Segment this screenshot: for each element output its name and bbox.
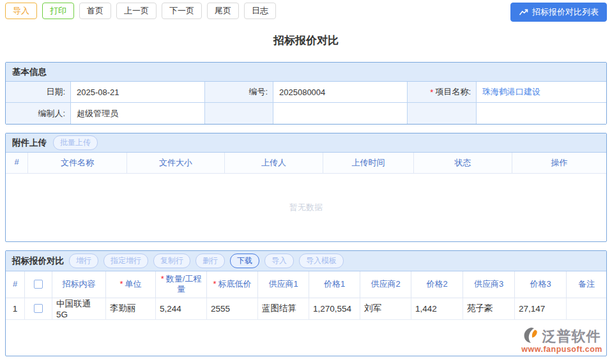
attachment-table-header: # 文件名称 文件大小 上传人 上传时间 状态 操作 [6, 153, 606, 174]
insert-row-button[interactable]: 指定增行 [103, 254, 148, 268]
row-remark [567, 298, 606, 320]
row-content: 中国联通5G [52, 298, 106, 320]
bid-comparison-header: 招标报价对比 增行 指定增行 复制行 删行 下载 导入 导入模板 [6, 251, 606, 271]
bid-col-price2: 价格2 [411, 271, 463, 298]
last-page-button[interactable]: 尾页 [207, 3, 239, 19]
copy-row-button[interactable]: 复制行 [153, 254, 190, 268]
row-select-cell [25, 298, 52, 320]
att-col-index: # [6, 153, 28, 174]
row-index: 1 [6, 298, 25, 320]
att-col-filesize: 文件大小 [127, 153, 225, 174]
row-quantity: 5,244 [156, 298, 207, 320]
batch-upload-button[interactable]: 批量上传 [53, 135, 98, 150]
att-col-uploadtime: 上传时间 [323, 153, 414, 174]
prev-page-button[interactable]: 上一页 [116, 3, 157, 19]
bid-col-baseprice-label: 标底低价 [218, 279, 252, 289]
empty-value-1 [273, 103, 408, 124]
author-label: 编制人: [6, 103, 71, 124]
page-title: 招标报价对比 [0, 33, 612, 48]
number-label: 编号: [205, 82, 273, 103]
author-value: 超级管理员 [71, 103, 205, 124]
delete-row-button[interactable]: 删行 [195, 254, 225, 268]
date-label: 日期: [6, 82, 71, 103]
bid-comparison-section: 招标报价对比 增行 指定增行 复制行 删行 下载 导入 导入模板 # 招标内容 … [5, 250, 607, 356]
top-toolbar: 导入 打印 首页 上一页 下一页 尾页 日志 招标报价对比列表 [0, 0, 612, 22]
home-page-button[interactable]: 首页 [79, 3, 111, 19]
attachment-section: 附件上传 批量上传 # 文件名称 文件大小 上传人 上传时间 状态 操作 暂无数… [5, 133, 607, 242]
download-button[interactable]: 下载 [230, 254, 259, 268]
add-row-button[interactable]: 增行 [69, 254, 98, 268]
number-value: 2025080004 [273, 82, 408, 103]
required-asterisk: * [161, 274, 164, 284]
attachment-header: 附件上传 批量上传 [6, 133, 606, 153]
row-supplier3: 苑子豪 [463, 298, 515, 320]
row-supplier1: 蓝图结算 [258, 298, 309, 320]
bid-col-select [25, 271, 52, 298]
bid-comparison-list-button[interactable]: 招标报价对比列表 [510, 3, 607, 22]
bid-col-remark: 备注 [567, 271, 606, 298]
basic-info-section: 基本信息 日期: 2025-08-21 编号: 2025080004 * 项目名… [5, 62, 607, 125]
print-button[interactable]: 打印 [42, 3, 74, 19]
bid-col-unit-label: 单位 [125, 279, 142, 289]
required-asterisk: * [430, 87, 433, 97]
basic-info-grid: 日期: 2025-08-21 编号: 2025080004 * 项目名称: 珠海… [6, 82, 606, 124]
log-button[interactable]: 日志 [244, 3, 276, 19]
row-price1: 1,270,554 [309, 298, 360, 320]
attachment-title: 附件上传 [12, 137, 47, 149]
bid-col-supplier2: 供应商2 [360, 271, 411, 298]
empty-label-1 [205, 103, 273, 124]
bid-col-price3: 价格3 [515, 271, 567, 298]
att-col-actions: 操作 [512, 153, 606, 174]
bid-table-header: # 招标内容 * 单位 *数量/工程量 * 标底低价 供应商1 价格1 供应商2… [6, 271, 606, 298]
vendor-brand-text: 泛普软件 [542, 327, 601, 346]
trend-arrow-icon [519, 8, 528, 16]
row-supplier2: 刘军 [360, 298, 411, 320]
bid-col-quantity-label: 数量/工程量 [166, 274, 202, 294]
fanpu-logo-icon [523, 327, 541, 346]
project-name-label-text: 项目名称: [435, 86, 471, 98]
bid-col-content: 招标内容 [52, 271, 106, 298]
next-page-button[interactable]: 下一页 [162, 3, 202, 19]
att-col-status: 状态 [414, 153, 512, 174]
row-checkbox[interactable] [34, 304, 43, 313]
empty-value-2 [477, 103, 606, 124]
vendor-url-text: www.fanpusoft.com [521, 345, 602, 354]
empty-label-2 [408, 103, 477, 124]
required-asterisk: * [213, 279, 216, 289]
project-name-link[interactable]: 珠海鹤港口建设 [482, 86, 540, 98]
row-baseprice: 2555 [207, 298, 258, 320]
import-button[interactable]: 导入 [5, 3, 37, 19]
import-rows-button[interactable]: 导入 [264, 254, 294, 268]
att-col-uploader: 上传人 [225, 153, 323, 174]
bid-col-supplier1: 供应商1 [258, 271, 309, 298]
bid-table-row: 1 中国联通5G 李勤丽 5,244 2555 蓝图结算 1,270,554 刘… [6, 298, 606, 320]
row-price2: 1,442 [411, 298, 463, 320]
att-col-filename: 文件名称 [28, 153, 127, 174]
basic-info-header: 基本信息 [6, 63, 606, 82]
bid-col-unit: * 单位 [106, 271, 156, 298]
project-name-cell: 珠海鹤港口建设 [477, 82, 606, 103]
attachment-empty-state: 暂无数据 [6, 174, 606, 241]
import-template-button[interactable]: 导入模板 [299, 254, 344, 268]
bid-col-baseprice: * 标底低价 [207, 271, 258, 298]
required-asterisk: * [119, 279, 123, 289]
select-all-checkbox[interactable] [34, 280, 43, 289]
bid-col-supplier3: 供应商3 [463, 271, 515, 298]
bid-col-index: # [6, 271, 25, 298]
vendor-watermark: 泛普软件 www.fanpusoft.com [521, 327, 602, 354]
project-name-label: * 项目名称: [408, 82, 477, 103]
bid-table-footer: 泛普软件 www.fanpusoft.com [6, 320, 606, 356]
bid-comparison-title: 招标报价对比 [12, 255, 64, 267]
date-value: 2025-08-21 [71, 82, 205, 103]
bid-comparison-list-label: 招标报价对比列表 [532, 6, 599, 18]
bid-col-price1: 价格1 [309, 271, 360, 298]
row-unit: 李勤丽 [106, 298, 156, 320]
bid-col-quantity: *数量/工程量 [156, 271, 207, 298]
row-price3: 27,147 [515, 298, 567, 320]
basic-info-title: 基本信息 [12, 66, 47, 78]
